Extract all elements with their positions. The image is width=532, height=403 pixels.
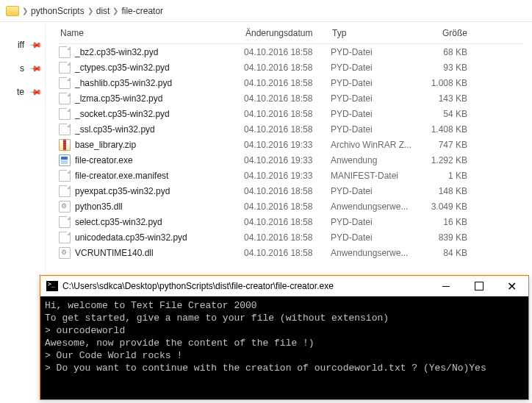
console-output[interactable]: Hi, welcome to Text File Creator 2000 To… bbox=[40, 296, 528, 399]
file-type: Anwendungserwe... bbox=[331, 202, 420, 212]
file-size: 148 KB bbox=[420, 186, 478, 196]
file-size: 68 KB bbox=[420, 47, 478, 57]
file-date: 04.10.2016 18:58 bbox=[244, 109, 331, 119]
file-name: select.cp35-win32.pyd bbox=[75, 217, 162, 227]
file-type: Anwendungserwe... bbox=[331, 248, 420, 258]
file-name: _hashlib.cp35-win32.pyd bbox=[75, 78, 172, 88]
cmd-icon bbox=[46, 281, 58, 291]
file-row[interactable]: file-creator.exe04.10.2016 19:33Anwendun… bbox=[59, 152, 523, 168]
file-size: 93 KB bbox=[420, 63, 478, 73]
col-type[interactable]: Typ bbox=[331, 28, 420, 38]
breadcrumb[interactable]: ❯ pythonScripts ❯ dist ❯ file-creator bbox=[0, 0, 532, 22]
breadcrumb-item[interactable]: dist bbox=[96, 6, 110, 16]
file-icon bbox=[59, 93, 71, 104]
sidebar-item[interactable]: s📌 bbox=[0, 63, 40, 74]
file-icon bbox=[59, 62, 71, 74]
file-row[interactable]: select.cp35-win32.pyd04.10.2016 18:58PYD… bbox=[59, 214, 523, 229]
file-icon bbox=[59, 232, 71, 243]
sidebar-item[interactable]: iff📌 bbox=[0, 40, 40, 50]
file-type: PYD-Datei bbox=[331, 63, 420, 73]
file-size: 84 KB bbox=[420, 248, 478, 258]
file-date: 04.10.2016 18:58 bbox=[244, 63, 331, 73]
file-date: 04.10.2016 18:58 bbox=[244, 202, 331, 212]
file-type: PYD-Datei bbox=[331, 109, 420, 119]
column-headers[interactable]: Name Änderungsdatum Typ Größe bbox=[59, 22, 523, 44]
file-type: PYD-Datei bbox=[331, 232, 420, 243]
file-date: 04.10.2016 18:58 bbox=[244, 124, 331, 135]
file-size: 747 KB bbox=[420, 140, 478, 150]
console-window: C:\Users\sdkca\Desktop\pythonScripts\dis… bbox=[40, 275, 529, 400]
sidebar: iff📌 s📌 te📌 bbox=[0, 22, 46, 272]
file-name: _ssl.cp35-win32.pyd bbox=[75, 124, 155, 135]
file-type: PYD-Datei bbox=[331, 186, 420, 196]
minimize-button[interactable] bbox=[429, 276, 462, 296]
file-size: 1.008 KB bbox=[420, 78, 478, 88]
file-row[interactable]: VCRUNTIME140.dll04.10.2016 18:58Anwendun… bbox=[59, 245, 523, 260]
file-name: python35.dll bbox=[75, 202, 123, 212]
col-date[interactable]: Änderungsdatum bbox=[244, 28, 331, 38]
file-name: _bz2.cp35-win32.pyd bbox=[75, 47, 158, 57]
file-date: 04.10.2016 19:33 bbox=[244, 171, 331, 181]
col-name[interactable]: Name bbox=[59, 28, 244, 38]
file-type: Archivo WinRAR Z... bbox=[331, 140, 420, 150]
file-date: 04.10.2016 19:33 bbox=[244, 140, 331, 150]
file-row[interactable]: file-creator.exe.manifest04.10.2016 19:3… bbox=[59, 168, 523, 183]
file-row[interactable]: pyexpat.cp35-win32.pyd04.10.2016 18:58PY… bbox=[59, 183, 523, 199]
dll-icon bbox=[59, 247, 71, 259]
file-date: 04.10.2016 18:58 bbox=[244, 93, 331, 104]
folder-icon bbox=[6, 6, 19, 16]
file-size: 1.292 KB bbox=[420, 155, 478, 165]
file-name: _lzma.cp35-win32.pyd bbox=[75, 93, 162, 104]
file-type: PYD-Datei bbox=[331, 78, 420, 88]
file-date: 04.10.2016 18:58 bbox=[244, 186, 331, 196]
chevron-right-icon: ❯ bbox=[112, 7, 118, 15]
file-icon bbox=[59, 108, 71, 120]
file-row[interactable]: _lzma.cp35-win32.pyd04.10.2016 18:58PYD-… bbox=[59, 90, 523, 106]
file-row[interactable]: _ctypes.cp35-win32.pyd04.10.2016 18:58PY… bbox=[59, 60, 523, 75]
file-type: Anwendung bbox=[331, 155, 420, 165]
exe-icon bbox=[59, 154, 71, 166]
file-row[interactable]: base_library.zip04.10.2016 19:33Archivo … bbox=[59, 137, 523, 152]
file-row[interactable]: _hashlib.cp35-win32.pyd04.10.2016 18:58P… bbox=[59, 75, 523, 90]
file-type: PYD-Datei bbox=[331, 47, 420, 57]
file-icon bbox=[59, 77, 71, 89]
file-date: 04.10.2016 18:58 bbox=[244, 78, 331, 88]
file-name: _socket.cp35-win32.pyd bbox=[75, 109, 170, 119]
file-size: 54 KB bbox=[420, 109, 478, 119]
pin-icon: 📌 bbox=[28, 61, 42, 75]
maximize-button[interactable] bbox=[462, 276, 495, 296]
file-icon bbox=[59, 46, 71, 58]
file-date: 04.10.2016 18:58 bbox=[244, 232, 331, 243]
file-name: base_library.zip bbox=[75, 140, 136, 150]
console-titlebar[interactable]: C:\Users\sdkca\Desktop\pythonScripts\dis… bbox=[40, 276, 528, 296]
breadcrumb-item[interactable]: file-creator bbox=[121, 6, 163, 16]
zip-icon bbox=[59, 139, 71, 151]
file-icon bbox=[59, 124, 71, 135]
file-row[interactable]: _socket.cp35-win32.pyd04.10.2016 18:58PY… bbox=[59, 106, 523, 121]
file-type: PYD-Datei bbox=[331, 93, 420, 104]
close-button[interactable]: ✕ bbox=[495, 276, 528, 296]
chevron-right-icon: ❯ bbox=[22, 7, 28, 15]
file-name: unicodedata.cp35-win32.pyd bbox=[75, 232, 187, 243]
col-size[interactable]: Größe bbox=[420, 28, 478, 38]
file-date: 04.10.2016 18:58 bbox=[244, 217, 331, 227]
file-size: 143 KB bbox=[420, 93, 478, 104]
pin-icon: 📌 bbox=[28, 85, 42, 99]
file-size: 839 KB bbox=[420, 232, 478, 243]
file-date: 04.10.2016 19:33 bbox=[244, 155, 331, 165]
file-type: PYD-Datei bbox=[331, 124, 420, 135]
console-title: C:\Users\sdkca\Desktop\pythonScripts\dis… bbox=[62, 281, 429, 291]
file-row[interactable]: python35.dll04.10.2016 18:58Anwendungser… bbox=[59, 199, 523, 214]
file-icon bbox=[59, 170, 71, 182]
pin-icon: 📌 bbox=[28, 38, 42, 51]
dll-icon bbox=[59, 201, 71, 213]
file-name: file-creator.exe.manifest bbox=[75, 171, 168, 181]
sidebar-item[interactable]: te📌 bbox=[0, 87, 40, 97]
file-name: VCRUNTIME140.dll bbox=[75, 248, 154, 258]
file-row[interactable]: _ssl.cp35-win32.pyd04.10.2016 18:58PYD-D… bbox=[59, 121, 523, 137]
breadcrumb-item[interactable]: pythonScripts bbox=[31, 6, 85, 16]
file-row[interactable]: _bz2.cp35-win32.pyd04.10.2016 18:58PYD-D… bbox=[59, 44, 523, 60]
file-size: 16 KB bbox=[420, 217, 478, 227]
file-icon bbox=[59, 185, 71, 197]
file-row[interactable]: unicodedata.cp35-win32.pyd04.10.2016 18:… bbox=[59, 229, 523, 245]
